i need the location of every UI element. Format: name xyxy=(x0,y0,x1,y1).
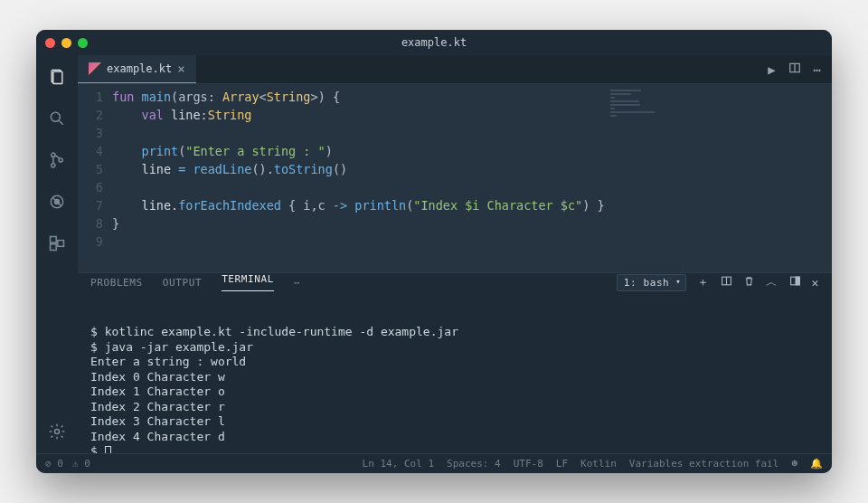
panel-tabs: PROBLEMS OUTPUT TERMINAL ⋯ 1: bash ＋ ︿ ✕ xyxy=(78,273,832,291)
tab-terminal[interactable]: TERMINAL xyxy=(222,273,274,291)
activity-bar xyxy=(36,55,78,453)
panel-layout-icon[interactable] xyxy=(789,275,801,289)
vscode-window: example.kt xyxy=(36,30,832,473)
split-terminal-icon[interactable] xyxy=(721,275,732,289)
panel-actions: 1: bash ＋ ︿ ✕ xyxy=(617,274,819,291)
status-bell-icon[interactable]: 🔔 xyxy=(810,458,823,470)
svg-point-4 xyxy=(52,153,55,157)
svg-rect-11 xyxy=(51,244,57,251)
status-errors[interactable]: ⊘ 0 xyxy=(45,458,63,470)
terminal-prompt: $ xyxy=(90,444,105,453)
svg-rect-19 xyxy=(796,277,799,285)
close-window-icon[interactable] xyxy=(45,38,55,48)
kotlin-file-icon xyxy=(89,62,101,75)
close-tab-icon[interactable]: × xyxy=(177,62,184,76)
status-encoding[interactable]: UTF-8 xyxy=(514,458,543,470)
svg-rect-12 xyxy=(58,241,64,247)
minimize-window-icon[interactable] xyxy=(61,38,71,48)
run-icon[interactable]: ▶ xyxy=(768,62,775,77)
code-content[interactable]: fun main(args: Array<String>) { val line… xyxy=(112,84,605,272)
svg-rect-10 xyxy=(51,237,57,243)
editor-tabs: example.kt × ▶ ⋯ xyxy=(78,55,832,84)
svg-point-2 xyxy=(51,112,60,121)
settings-gear-icon[interactable] xyxy=(46,421,68,442)
debug-icon[interactable] xyxy=(46,191,68,213)
svg-rect-1 xyxy=(53,71,62,83)
terminal-selector[interactable]: 1: bash xyxy=(617,274,687,291)
tab-label: example.kt xyxy=(107,62,172,75)
status-language[interactable]: Kotlin xyxy=(580,458,617,470)
tab-output[interactable]: OUTPUT xyxy=(163,277,202,289)
extensions-icon[interactable] xyxy=(46,233,68,254)
panel-maximize-icon[interactable]: ︿ xyxy=(766,274,778,290)
panel-more-icon[interactable]: ⋯ xyxy=(294,277,300,289)
traffic-lights xyxy=(45,38,88,48)
terminal[interactable]: $ kotlinc example.kt -include-runtime -d… xyxy=(78,291,832,453)
tab-problems[interactable]: PROBLEMS xyxy=(90,277,143,289)
status-message[interactable]: Variables extraction fail xyxy=(629,458,779,470)
statusbar: ⊘ 0 ⚠ 0 Ln 14, Col 1 Spaces: 4 UTF-8 LF … xyxy=(36,453,832,473)
editor-actions: ▶ ⋯ xyxy=(768,55,832,83)
bottom-panel: PROBLEMS OUTPUT TERMINAL ⋯ 1: bash ＋ ︿ ✕ xyxy=(78,272,832,453)
main-area: example.kt × ▶ ⋯ 123456789 fun main(args… xyxy=(36,55,832,453)
kill-terminal-icon[interactable] xyxy=(743,275,755,289)
terminal-cursor xyxy=(105,446,111,453)
editor-pane: example.kt × ▶ ⋯ 123456789 fun main(args… xyxy=(78,55,832,453)
status-indent[interactable]: Spaces: 4 xyxy=(447,458,501,470)
search-icon[interactable] xyxy=(46,108,68,129)
source-control-icon[interactable] xyxy=(46,149,68,171)
svg-point-9 xyxy=(55,200,60,204)
split-editor-icon[interactable] xyxy=(788,62,801,77)
line-number-gutter: 123456789 xyxy=(78,84,112,272)
code-editor[interactable]: 123456789 fun main(args: Array<String>) … xyxy=(78,84,832,272)
titlebar: example.kt xyxy=(36,30,832,55)
status-feedback-icon[interactable]: ☻ xyxy=(791,458,797,470)
status-eol[interactable]: LF xyxy=(556,458,568,470)
svg-line-3 xyxy=(60,121,63,125)
tab-example-kt[interactable]: example.kt × xyxy=(78,55,196,83)
status-warnings[interactable]: ⚠ 0 xyxy=(72,458,90,470)
more-actions-icon[interactable]: ⋯ xyxy=(814,62,821,77)
explorer-icon[interactable] xyxy=(46,66,68,88)
close-panel-icon[interactable]: ✕ xyxy=(812,276,819,289)
svg-point-5 xyxy=(52,164,55,167)
svg-point-13 xyxy=(55,430,60,434)
new-terminal-icon[interactable]: ＋ xyxy=(697,274,710,290)
maximize-window-icon[interactable] xyxy=(78,38,88,48)
status-cursor[interactable]: Ln 14, Col 1 xyxy=(363,458,434,470)
minimap[interactable] xyxy=(605,84,668,272)
window-title: example.kt xyxy=(401,36,467,49)
